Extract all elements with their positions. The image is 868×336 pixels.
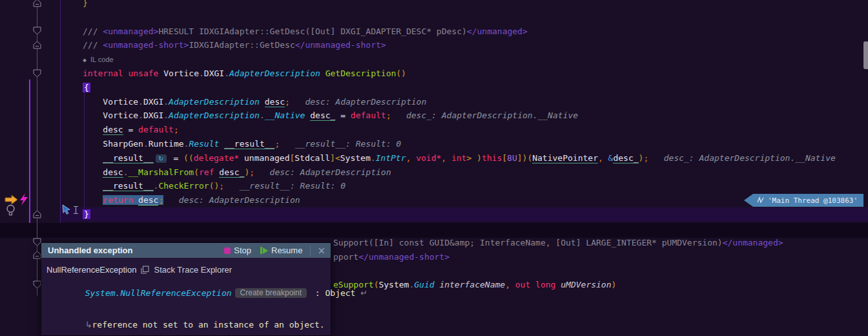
code-token: desc_	[219, 167, 244, 178]
inlay-hint: desc: AdapterDescription	[290, 97, 426, 107]
code-line: ◆ IL code	[83, 52, 836, 67]
code-line: eSupport(System.Guid interfaceName, out …	[333, 278, 783, 292]
code-token	[83, 195, 103, 205]
code-token: System	[378, 280, 409, 289]
code-token: ,	[598, 153, 603, 163]
lightbulb-intention-icon[interactable]	[5, 204, 17, 217]
code-line: Support([In] const GUID&amp; InterfaceNa…	[333, 236, 783, 250]
execution-pointer-icon[interactable]	[5, 194, 19, 205]
exception-message: reference not set to an instance of an o…	[92, 320, 325, 330]
code-token: 8U	[507, 153, 517, 163]
code-token: AdapterDescription	[169, 110, 260, 120]
code-token: </unmanaged>	[467, 26, 528, 36]
code-token: Result	[189, 139, 219, 149]
code-token: void*	[411, 153, 441, 163]
code-token: ,	[505, 280, 510, 289]
stack-trace-explorer-link[interactable]: Stack Trace Explorer	[154, 265, 232, 275]
code-token: default	[138, 125, 174, 134]
code-line: desc.__MarshalFrom(ref desc_); desc: Ada…	[83, 165, 836, 180]
code-token: __result__	[103, 153, 153, 163]
code-token: System	[340, 153, 371, 163]
create-breakpoint-button[interactable]: Create breakpoint	[235, 288, 307, 298]
code-token: Vortice	[83, 97, 138, 107]
code-token: Stdcall	[294, 153, 330, 163]
code-token: GetDescription	[326, 68, 397, 78]
resume-button[interactable]: Resume	[260, 246, 302, 255]
code-token: ()	[396, 68, 406, 78]
vcs-change-stripe	[29, 79, 30, 223]
code-token: desc	[265, 97, 285, 107]
code-token: AdapterDescription	[229, 68, 320, 78]
exception-name: NullReferenceException	[46, 265, 136, 275]
ide-editor-window: }/// <unmanaged>HRESULT IDXGIAdapter::Ge…	[0, 0, 868, 336]
code-token: )	[612, 280, 617, 289]
code-token	[83, 125, 103, 134]
code-token: default	[351, 110, 386, 120]
code-token: .	[224, 68, 229, 78]
code-token: ///	[83, 40, 103, 50]
code-token: Runtime	[149, 139, 184, 149]
code-line: desc = default;	[83, 123, 836, 137]
code-token: .	[199, 68, 204, 78]
eval-badge-icon: ↻	[156, 154, 167, 163]
code-area[interactable]: }/// <unmanaged>HRESULT IDXGIAdapter::Ge…	[83, 0, 836, 222]
code-token: </unmanaged-short>	[358, 252, 450, 262]
stop-button[interactable]: Stop	[224, 246, 251, 255]
code-token: ((	[183, 153, 194, 163]
inlay-hint: desc: AdapterDescription	[254, 167, 391, 177]
code-token: ;	[285, 97, 290, 107]
code-line: }	[83, 0, 836, 10]
code-token: desc	[138, 195, 158, 205]
scrollbar-thumb[interactable]	[863, 41, 868, 69]
code-line: }	[83, 207, 836, 222]
fold-marker-icon[interactable]	[33, 0, 41, 6]
close-icon[interactable]: ×	[317, 245, 326, 257]
code-token: Support([In] const GUID&amp; InterfaceNa…	[333, 238, 723, 247]
code-token: DXGI	[143, 110, 163, 120]
code-token: desc_	[310, 110, 335, 121]
inlay-hint: desc_: AdapterDescription.__Native	[391, 110, 578, 120]
code-token: =	[169, 153, 183, 163]
code-token: pport	[333, 252, 358, 262]
code-token	[83, 181, 103, 191]
code-token: Vortice	[83, 110, 138, 120]
code-token: __Native	[265, 110, 305, 120]
code-token: ◆	[83, 56, 90, 63]
code-token	[219, 139, 224, 149]
code-token: ()	[209, 181, 220, 191]
fold-marker-icon[interactable]	[33, 39, 41, 48]
thread-label-text: 'Main Thread @103863'	[768, 196, 858, 205]
code-line: Vortice.DXGI.AdapterDescription.__Native…	[83, 109, 836, 123]
code-token: IntPtr	[376, 153, 406, 163]
code-token: out long	[510, 280, 555, 289]
exception-bolt-icon	[19, 193, 29, 206]
code-line: /// <unmanaged-short>IDXGIAdapter::GetDe…	[83, 38, 836, 52]
exception-message-line: ↳reference not set to an instance of an …	[45, 310, 331, 336]
fold-marker-icon[interactable]	[33, 25, 41, 34]
mouse-cursor-icon	[61, 204, 81, 216]
exception-summary-row: NullReferenceException Stack Trace Explo…	[45, 262, 331, 277]
code-token	[83, 167, 103, 177]
code-token: NativePointer	[532, 153, 598, 163]
code-token: Vortice	[158, 68, 199, 78]
code-token: __result__	[103, 181, 153, 191]
code-token: __MarshalFrom	[128, 167, 194, 177]
code-token: </unmanaged-short>	[295, 40, 386, 50]
code-token: ]<	[330, 153, 340, 163]
popup-header[interactable]: Unhandled exception Stop Resume ×	[41, 243, 331, 258]
code-token: Guid	[414, 280, 434, 289]
code-token: AdapterDescription	[169, 97, 260, 107]
code-token: .	[143, 139, 149, 149]
fold-marker-icon[interactable]	[33, 209, 41, 217]
code-token: IL code	[90, 56, 114, 63]
code-token: DXGI	[204, 68, 224, 78]
code-token: HRESULT IDXGIAdapter::GetDesc([Out] DXGI…	[158, 26, 466, 36]
code-token: ;	[249, 167, 254, 177]
fold-marker-icon[interactable]	[33, 68, 41, 76]
code-line: __result__.CheckError(); __result__: Res…	[83, 179, 836, 193]
code-line: pport</unmanaged-short>	[333, 250, 783, 264]
code-area-lower[interactable]: Support([In] const GUID&amp; InterfaceNa…	[333, 236, 783, 292]
wrap-indicator-end: ↵	[360, 288, 367, 298]
resume-label: Resume	[271, 246, 302, 255]
code-token: </unmanaged>	[723, 238, 783, 247]
